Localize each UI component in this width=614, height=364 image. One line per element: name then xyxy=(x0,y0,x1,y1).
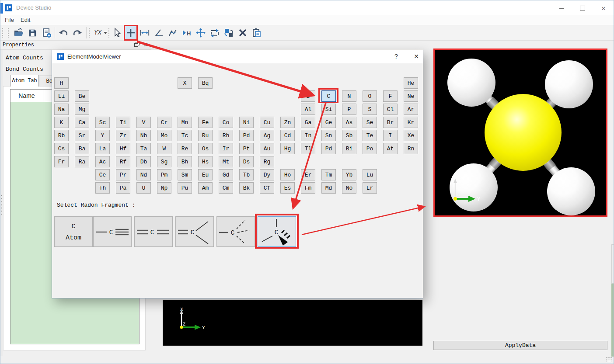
element-N[interactable]: N xyxy=(342,90,356,102)
element-S[interactable]: S xyxy=(363,104,377,115)
element-Cd[interactable]: Cd xyxy=(280,130,295,141)
tab-atom[interactable]: Atom Tab xyxy=(10,75,39,87)
element-La[interactable]: La xyxy=(95,143,110,154)
element-Rg[interactable]: Rg xyxy=(260,156,274,167)
toolbar-grip[interactable] xyxy=(88,28,90,38)
element-Bk[interactable]: Bk xyxy=(239,182,254,194)
element-Ag[interactable]: Ag xyxy=(260,130,274,141)
element-Lr[interactable]: Lr xyxy=(363,182,377,194)
fragment-double-two-single[interactable]: C xyxy=(175,216,214,247)
element-Tc[interactable]: Tc xyxy=(178,130,192,141)
element-Sb[interactable]: Sb xyxy=(342,130,356,141)
element-Rf[interactable]: Rf xyxy=(116,156,130,167)
element-Li[interactable]: Li xyxy=(54,90,69,102)
element-Nd[interactable]: Nd xyxy=(136,169,151,180)
element-Ga[interactable]: Ga xyxy=(301,117,315,128)
element-Am[interactable]: Am xyxy=(198,182,213,194)
element-Po[interactable]: Po xyxy=(363,143,377,154)
element-Na[interactable]: Na xyxy=(54,104,69,115)
element-Rn[interactable]: Rn xyxy=(404,143,418,154)
paste-button[interactable] xyxy=(251,26,263,39)
splitter-handle[interactable] xyxy=(1,195,2,215)
element-Ir[interactable]: Ir xyxy=(219,143,233,154)
main-3d-canvas[interactable]: X Y Z xyxy=(163,300,422,346)
measure-angle-button[interactable] xyxy=(153,26,165,39)
element-U[interactable]: U xyxy=(136,182,151,194)
element-Pd[interactable]: Pd xyxy=(239,130,254,141)
element-Hg[interactable]: Hg xyxy=(280,143,295,154)
element-Np[interactable]: Np xyxy=(157,182,171,194)
element-He[interactable]: He xyxy=(404,77,418,89)
element-Ba[interactable]: Ba xyxy=(75,143,89,154)
measure-dihedral-button[interactable] xyxy=(167,26,179,39)
element-Db[interactable]: Db xyxy=(136,156,151,167)
selection-box-button[interactable] xyxy=(209,26,221,39)
element-Ra[interactable]: Ra xyxy=(75,156,89,167)
close-button[interactable]: ✕ xyxy=(596,4,611,13)
redo-button[interactable] xyxy=(71,26,84,39)
element-Cr[interactable]: Cr xyxy=(157,117,171,128)
save-button[interactable] xyxy=(26,26,38,39)
element-At[interactable]: At xyxy=(383,143,398,154)
element-Zn[interactable]: Zn xyxy=(280,117,295,128)
element-Yb[interactable]: Yb xyxy=(342,169,356,180)
undo-button[interactable] xyxy=(57,26,70,39)
element-Mt[interactable]: Mt xyxy=(219,156,233,167)
element-Ar[interactable]: Ar xyxy=(404,104,418,115)
element-Sn[interactable]: Sn xyxy=(321,130,336,141)
element-V[interactable]: V xyxy=(136,117,151,128)
element-Rb[interactable]: Rb xyxy=(54,130,69,141)
element-Se[interactable]: Se xyxy=(363,117,377,128)
element-I[interactable]: I xyxy=(383,130,398,141)
axis-mode-dropdown[interactable]: YX xyxy=(92,26,109,39)
element-Kr[interactable]: Kr xyxy=(404,117,418,128)
element-Tl[interactable]: Tl xyxy=(301,143,315,154)
element-H[interactable]: H xyxy=(54,77,69,89)
element-Os[interactable]: Os xyxy=(198,143,213,154)
element-Mg[interactable]: Mg xyxy=(75,104,89,115)
menu-edit[interactable]: Edit xyxy=(21,17,30,23)
move-button[interactable] xyxy=(195,26,207,39)
save-as-button[interactable] xyxy=(40,26,52,39)
element-Sr[interactable]: Sr xyxy=(75,130,89,141)
element-Ni[interactable]: Ni xyxy=(239,117,254,128)
element-Hs[interactable]: Hs xyxy=(198,156,213,167)
element-Md[interactable]: Md xyxy=(321,182,336,194)
element-Nb[interactable]: Nb xyxy=(136,130,151,141)
element-Sm[interactable]: Sm xyxy=(178,169,192,180)
open-file-button[interactable] xyxy=(12,26,24,39)
element-Pr[interactable]: Pr xyxy=(116,169,130,180)
element-Pm[interactable]: Pm xyxy=(157,169,171,180)
element-Pa[interactable]: Pa xyxy=(116,182,130,194)
element-Ne[interactable]: Ne xyxy=(404,90,418,102)
element-Fe[interactable]: Fe xyxy=(198,117,213,128)
element-3d-viewer[interactable]: X Y Z xyxy=(434,49,607,216)
element-Bq[interactable]: Bq xyxy=(198,77,213,89)
close-panel-icon[interactable]: ✕ xyxy=(143,42,148,48)
add-atom-button[interactable] xyxy=(125,26,137,39)
element-Eu[interactable]: Eu xyxy=(198,169,213,180)
element-Dy[interactable]: Dy xyxy=(260,169,274,180)
element-B[interactable]: B xyxy=(301,90,315,102)
element-Cl[interactable]: Cl xyxy=(383,104,398,115)
element-Si[interactable]: Si xyxy=(321,104,336,115)
element-Zr[interactable]: Zr xyxy=(116,130,130,141)
element-Re[interactable]: Re xyxy=(178,143,192,154)
element-Pu[interactable]: Pu xyxy=(178,182,192,194)
element-C[interactable]: C xyxy=(321,90,336,102)
element-Rh[interactable]: Rh xyxy=(219,130,233,141)
fragment-single-three-hash[interactable]: C xyxy=(216,216,255,247)
float-panel-icon[interactable] xyxy=(134,42,140,47)
delete-button[interactable] xyxy=(237,26,249,39)
element-Y[interactable]: Y xyxy=(95,130,110,141)
minimize-button[interactable] xyxy=(554,4,569,13)
element-Ta[interactable]: Ta xyxy=(136,143,151,154)
element-F[interactable]: F xyxy=(383,90,398,102)
element-Gd[interactable]: Gd xyxy=(219,169,233,180)
element-X[interactable]: X xyxy=(178,77,192,89)
maximize-button[interactable] xyxy=(575,4,590,13)
element-Ge[interactable]: Ge xyxy=(321,117,336,128)
element-Er[interactable]: Er xyxy=(301,169,315,180)
element-Xe[interactable]: Xe xyxy=(404,130,418,141)
element-Ti[interactable]: Ti xyxy=(116,117,130,128)
